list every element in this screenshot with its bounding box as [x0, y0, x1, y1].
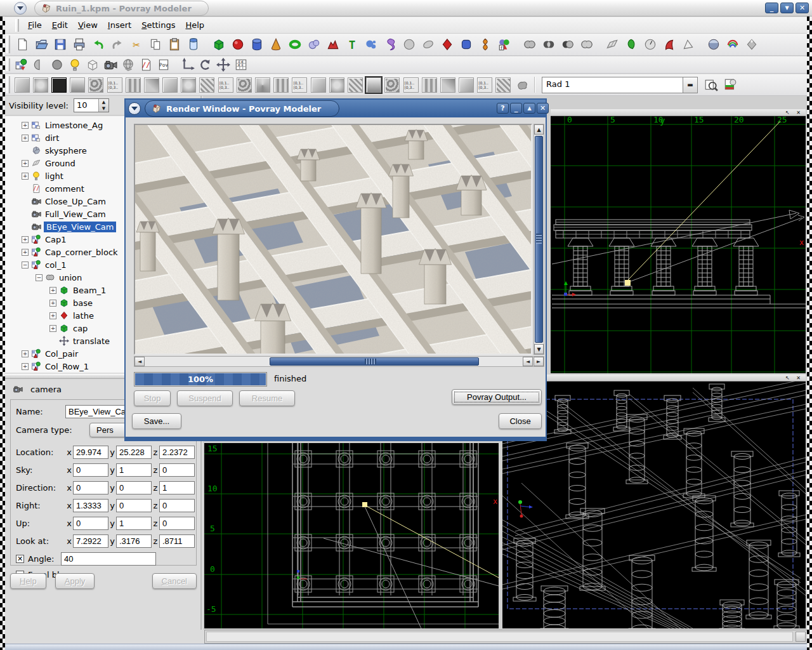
- save-document-icon[interactable]: [52, 36, 69, 53]
- angle-checkbox[interactable]: ✕: [16, 555, 24, 563]
- copy-icon[interactable]: [147, 36, 164, 53]
- render-scene-icon[interactable]: [722, 77, 738, 93]
- color-map-icon[interactable]: [0,1..[0,3..: [477, 77, 492, 93]
- spin-arrows[interactable]: ▲▼: [98, 99, 108, 112]
- texture-pattern-24-icon[interactable]: [440, 77, 455, 93]
- texture-pattern-14-icon[interactable]: [255, 77, 270, 93]
- front-view-titlebar[interactable]: ↖ ✕: [551, 109, 806, 116]
- tree-expander[interactable]: +: [22, 236, 29, 243]
- radiosity-combo-value[interactable]: Rad 1: [542, 77, 683, 93]
- close-button[interactable]: ✕: [796, 3, 809, 13]
- texture-map-icon[interactable]: [724, 36, 741, 53]
- image-horizontal-scrollbar[interactable]: ◄ ◄ ►: [134, 356, 544, 367]
- Look at:z-field[interactable]: [159, 534, 195, 548]
- Direction:z-field[interactable]: [159, 481, 195, 494]
- clock-disc-icon[interactable]: [642, 36, 658, 53]
- menubar-grip[interactable]: [15, 19, 19, 32]
- open-document-icon[interactable]: [33, 36, 49, 53]
- bicubic-patch-icon[interactable]: [661, 36, 678, 53]
- paste-icon[interactable]: [166, 36, 183, 53]
- global-settings-icon[interactable]: [121, 57, 136, 72]
- Look at:x-field[interactable]: [73, 534, 108, 548]
- tree-expander[interactable]: +: [22, 363, 29, 370]
- tree-expander[interactable]: −: [22, 262, 29, 269]
- pigment-icon[interactable]: [705, 36, 722, 53]
- menu-edit[interactable]: Edit: [47, 18, 73, 32]
- texture-pattern-25-icon[interactable]: [459, 77, 474, 93]
- tree-expander[interactable]: +: [49, 325, 56, 332]
- Up:y-field[interactable]: [116, 517, 152, 530]
- tree-expander[interactable]: +: [49, 312, 56, 319]
- plane-icon[interactable]: [604, 36, 620, 53]
- csg-group-icon[interactable]: f: [496, 36, 513, 53]
- texture-pattern-7-icon[interactable]: [126, 77, 141, 93]
- box-icon[interactable]: [211, 36, 227, 53]
- camera-view-canvas[interactable]: [502, 381, 806, 628]
- union-icon[interactable]: [521, 36, 538, 53]
- texture-pattern-8-icon[interactable]: [144, 77, 159, 93]
- camera-icon[interactable]: [103, 57, 118, 72]
- merge-icon[interactable]: [579, 36, 595, 53]
- texture-pattern-5-icon[interactable]: [88, 77, 103, 93]
- new-document-icon[interactable]: [14, 36, 30, 53]
- front-view-canvas[interactable]: 0 5 10 15 20 25 y: [551, 116, 806, 373]
- axes-icon[interactable]: [180, 57, 195, 72]
- glass-icon[interactable]: [185, 36, 202, 53]
- intersection-icon[interactable]: [540, 36, 557, 53]
- scrollbar-corner[interactable]: [796, 632, 806, 642]
- angle-field[interactable]: [61, 552, 156, 566]
- blob-icon[interactable]: [306, 36, 322, 53]
- Sky:y-field[interactable]: [116, 463, 152, 477]
- tree-expander[interactable]: +: [22, 350, 29, 357]
- texture-pattern-3-icon[interactable]: [51, 77, 67, 93]
- texture-pattern-15-icon[interactable]: [273, 77, 289, 93]
- dialog-help-button[interactable]: ?: [497, 103, 509, 114]
- povray-output-button[interactable]: Povray Output...: [452, 389, 542, 405]
- Direction:y-field[interactable]: [116, 481, 152, 494]
- texture-item-icon[interactable]: [14, 57, 29, 72]
- dialog-shade-button[interactable]: ▲: [523, 103, 535, 114]
- menu-view[interactable]: View: [73, 18, 103, 32]
- view-control-icons[interactable]: ↖ ✕: [785, 375, 803, 381]
- texture-pattern-17-icon[interactable]: [311, 77, 326, 93]
- material-icon[interactable]: [49, 57, 65, 72]
- cone-icon[interactable]: [268, 36, 284, 53]
- Sky:z-field[interactable]: [159, 463, 195, 477]
- rendered-image[interactable]: [134, 124, 532, 355]
- shade-button[interactable]: ▼: [780, 3, 794, 13]
- Location:z-field[interactable]: [159, 446, 195, 459]
- radiosity-combo[interactable]: Rad 1 ▬▼: [542, 77, 698, 93]
- main-titlebar[interactable]: Ruin_1.kpm - Povray Modeler _ ▼ ✕: [0, 0, 812, 17]
- Right:y-field[interactable]: [116, 499, 152, 512]
- surface-of-revolution-icon[interactable]: [382, 36, 398, 53]
- texture-pattern-11-icon[interactable]: [199, 77, 214, 93]
- views-horizontal-scrollbar[interactable]: [204, 630, 807, 644]
- julia-fractal-icon[interactable]: [363, 36, 379, 53]
- toolbar-grip[interactable]: [6, 76, 10, 93]
- Up:z-field[interactable]: [159, 517, 195, 530]
- light-source-icon[interactable]: [67, 57, 82, 72]
- object-link-icon[interactable]: [85, 57, 100, 72]
- texture-pattern-2-icon[interactable]: [33, 77, 48, 93]
- Right:x-field[interactable]: [73, 499, 108, 512]
- texture-pattern-10-icon[interactable]: [181, 77, 196, 93]
- tree-expander[interactable]: +: [22, 249, 29, 256]
- raw-povray-icon[interactable]: Pov: [156, 57, 171, 72]
- dialog-window-menu-button[interactable]: [128, 102, 141, 115]
- quadric-icon[interactable]: [623, 36, 639, 53]
- tree-expander[interactable]: +: [49, 300, 56, 307]
- menu-settings[interactable]: Settings: [136, 18, 180, 32]
- top-view-canvas[interactable]: 15 10 5 0 -5 x: [204, 443, 499, 628]
- Right:z-field[interactable]: [159, 499, 195, 512]
- print-icon[interactable]: [71, 36, 88, 53]
- finish-icon[interactable]: [743, 36, 760, 53]
- render-preview-icon[interactable]: [703, 77, 719, 93]
- texture-pattern-1-icon[interactable]: [15, 77, 30, 93]
- menu-help[interactable]: Help: [180, 18, 209, 32]
- texture-pattern-20-icon[interactable]: [366, 77, 381, 93]
- translate-icon[interactable]: [216, 57, 231, 72]
- color-map-icon[interactable]: [0,1..[0,3..: [107, 77, 122, 93]
- isosurface-icon[interactable]: [401, 36, 417, 53]
- superellipsoid-icon[interactable]: [458, 36, 475, 53]
- visibility-value[interactable]: 10: [74, 99, 98, 112]
